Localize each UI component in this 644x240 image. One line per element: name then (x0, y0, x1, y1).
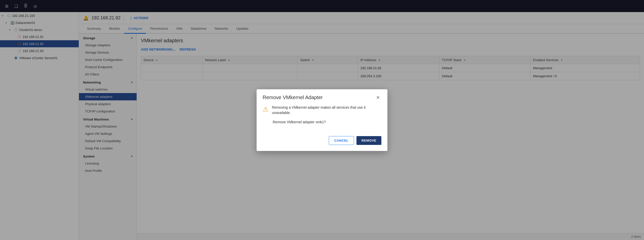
modal-confirm-text: Remove VMkernel adapter vmk1? (263, 120, 381, 124)
modal-warning-row: ⚠ Removing a VMkernel adapter makes all … (263, 105, 381, 115)
warning-triangle-icon: ⚠ (263, 105, 268, 113)
modal-body: ⚠ Removing a VMkernel adapter makes all … (257, 105, 387, 136)
modal-footer: CANCEL REMOVE (257, 136, 387, 151)
modal-warning-text: Removing a VMkernel adapter makes all se… (272, 105, 381, 115)
modal-close-button[interactable]: ✕ (375, 94, 381, 101)
modal-header: Remove VMkernel Adapter ✕ (257, 89, 387, 105)
modal-remove-vmkernel: Remove VMkernel Adapter ✕ ⚠ Removing a V… (257, 89, 387, 151)
remove-button[interactable]: REMOVE (356, 136, 381, 145)
modal-overlay[interactable]: Remove VMkernel Adapter ✕ ⚠ Removing a V… (0, 0, 644, 240)
modal-title: Remove VMkernel Adapter (263, 95, 323, 100)
cancel-button[interactable]: CANCEL (329, 136, 354, 145)
